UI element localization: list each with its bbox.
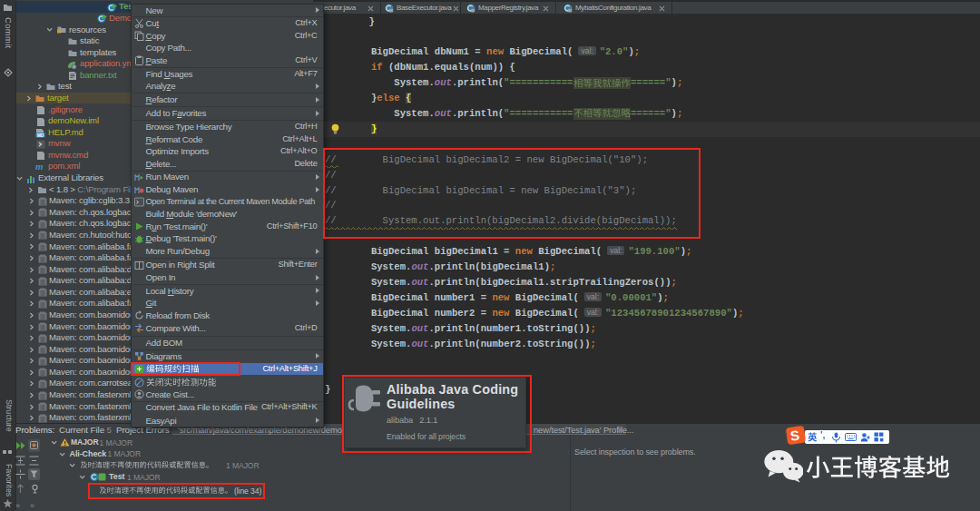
svg-text:MD: MD [37,133,44,138]
